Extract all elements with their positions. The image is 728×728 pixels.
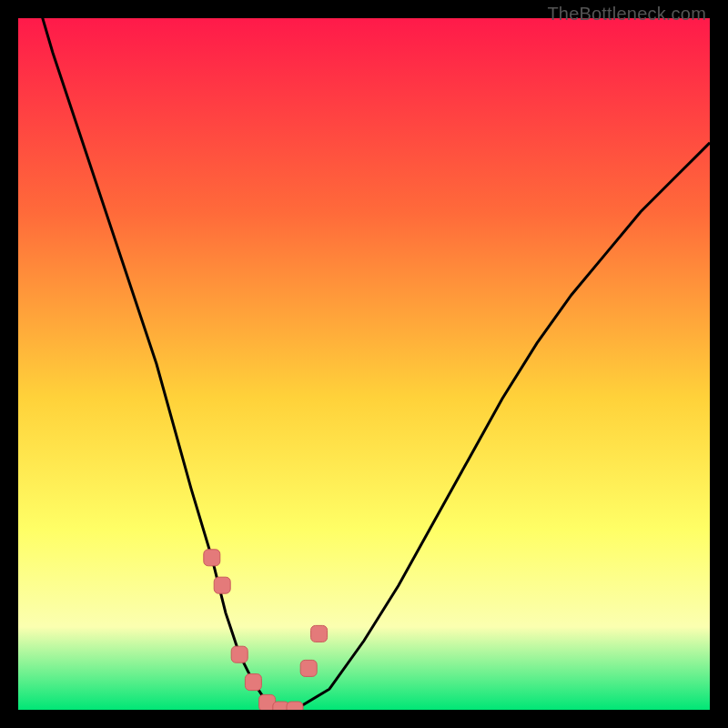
bottleneck-curve — [18, 18, 710, 710]
marker-point — [300, 660, 317, 676]
marker-point — [214, 577, 230, 593]
watermark-text: TheBottleneck.com — [547, 4, 706, 25]
marker-point — [245, 674, 261, 691]
marker-point — [204, 550, 220, 566]
curve-layer — [18, 18, 710, 710]
marker-point — [231, 646, 248, 662]
plot-area — [18, 18, 710, 710]
marker-point — [287, 702, 303, 710]
marker-point — [311, 625, 328, 642]
highlight-markers — [204, 550, 328, 710]
